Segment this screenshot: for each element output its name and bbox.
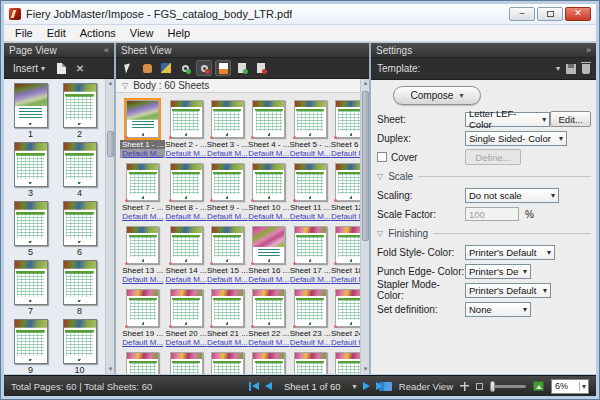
sheet-label[interactable]: Sheet 5 - ... — [289, 140, 330, 149]
page-list-item[interactable]: 6 — [55, 201, 104, 257]
expand-panel-icon[interactable]: » — [586, 45, 591, 55]
sheet-media-link[interactable]: Default M... — [248, 212, 289, 221]
sheet-media-link[interactable]: Default M... — [166, 149, 207, 158]
page-list-item[interactable]: 5 — [6, 201, 55, 257]
sheet-thumbnail[interactable] — [294, 226, 327, 264]
sheet-label[interactable]: Sheet 19 ... — [122, 329, 163, 338]
delete-page-button[interactable]: ✕ — [72, 60, 88, 76]
sheet-thumbnail[interactable] — [252, 226, 285, 264]
sheet-thumbnail[interactable] — [126, 352, 159, 374]
zoom-in-tool-button[interactable] — [177, 60, 193, 76]
sheet-label[interactable]: Sheet 10 ... — [248, 203, 289, 212]
sheet-cell[interactable]: Sheet 22 ... Default M... — [248, 286, 289, 347]
sheet-label[interactable]: Sheet 3 - ... — [207, 140, 248, 149]
sheet-label[interactable]: Sheet 22 ... — [248, 329, 289, 338]
sheet-thumbnail[interactable] — [170, 289, 203, 327]
last-sheet-button[interactable] — [376, 382, 386, 391]
sheet-cell[interactable]: Sheet 4 - ... Default M... — [248, 97, 289, 158]
scroll-up-icon[interactable]: ▲ — [106, 79, 114, 88]
scrollbar-thumb[interactable] — [362, 91, 369, 241]
compose-button[interactable]: Compose ▾ — [393, 86, 481, 105]
page-thumbnail[interactable] — [14, 142, 48, 187]
page-thumbnail[interactable] — [14, 83, 48, 128]
sheet-media-link[interactable]: Default M... — [166, 212, 207, 221]
sheet-media-link[interactable]: Default M... — [207, 275, 248, 284]
stapler-mode-select[interactable]: Printer's Default ▾ — [465, 283, 551, 298]
sheet-media-link[interactable]: Default M... — [122, 338, 163, 347]
sheet-media-link[interactable]: Default M... — [166, 338, 207, 347]
sheet-cell[interactable]: Sheet 16 ... Default M... — [248, 223, 289, 284]
sheet-media-link[interactable]: Default M... — [248, 275, 289, 284]
menu-help[interactable]: Help — [160, 25, 197, 41]
sheet-label[interactable]: Sheet 7 - ... — [122, 203, 163, 212]
save-template-icon[interactable] — [566, 64, 576, 74]
sheet-cell[interactable]: Sheet 10 ... Default M... — [248, 160, 289, 221]
sheet-cell[interactable]: Sheet 14 ... Default M... — [165, 223, 206, 284]
sheet-cell[interactable]: Sheet 23 ... Default M... — [289, 286, 330, 347]
page-thumbnail[interactable] — [63, 319, 97, 364]
reader-view-label[interactable]: Reader View — [399, 381, 453, 392]
insert-dropdown[interactable]: Insert ▾ — [8, 61, 50, 76]
zoom-slider-thumb[interactable] — [490, 381, 495, 392]
sheet-cell[interactable]: Sheet 19 ... Default M... — [120, 286, 165, 347]
sheet-cell[interactable]: Sheet 25 ... Default M... — [120, 349, 165, 374]
sheet-cell[interactable]: Sheet 1 - ... Default M... — [120, 97, 165, 158]
marquee-zoom-tool-button[interactable] — [196, 60, 212, 76]
sheet-cell[interactable]: Sheet 3 - ... Default M... — [207, 97, 248, 158]
sheet-label[interactable]: Sheet 2 - ... — [165, 140, 206, 149]
scale-section-header[interactable]: ▽ Scale — [377, 169, 591, 183]
zoom-level-combo[interactable]: 6% ▾ — [551, 379, 589, 394]
sheet-media-link[interactable]: Default M... — [120, 149, 165, 158]
page-thumbnail[interactable] — [63, 83, 97, 128]
sheet-media-link[interactable]: Default M... — [166, 275, 207, 284]
page-thumbnail[interactable] — [63, 142, 97, 187]
sheet-cell[interactable]: Sheet 20 ... Default M... — [165, 286, 206, 347]
sheet-cell[interactable]: Sheet 28 ... Default M... — [248, 349, 289, 374]
scaling-select[interactable]: Do not scale ▾ — [465, 188, 559, 203]
sheet-cell[interactable]: Sheet 27 ... Default M... — [207, 349, 248, 374]
punch-edge-select[interactable]: Printer's Default ▾ — [465, 264, 531, 279]
sheet-cell[interactable]: Sheet 17 ... Default M... — [289, 223, 330, 284]
sheet-media-link[interactable]: Default M... — [290, 275, 331, 284]
duplex-select[interactable]: Single Sided- Color ▾ — [465, 131, 567, 146]
insert-sheet-button[interactable] — [234, 60, 250, 76]
sheet-cell[interactable]: Sheet 26 ... Default M... — [165, 349, 206, 374]
page-list-item[interactable]: 2 — [55, 83, 104, 139]
page-list-item[interactable]: 1 — [6, 83, 55, 139]
previous-sheet-button[interactable] — [265, 382, 272, 390]
maximize-button[interactable] — [537, 7, 563, 21]
sheet-label[interactable]: Sheet 15 ... — [207, 266, 248, 275]
sheet-cell[interactable]: Sheet 13 ... Default M... — [120, 223, 165, 284]
fit-page-icon[interactable] — [476, 383, 483, 390]
sheet-label[interactable]: Sheet 17 ... — [290, 266, 331, 275]
sheet-thumbnail[interactable] — [211, 163, 244, 201]
page-list-item[interactable]: 7 — [6, 260, 55, 316]
sheet-thumbnail[interactable] — [211, 352, 244, 374]
measure-tool-button[interactable] — [158, 60, 174, 76]
sheet-thumbnail[interactable] — [294, 289, 327, 327]
sheet-thumbnail[interactable] — [126, 100, 159, 138]
sheet-label[interactable]: Sheet 1 - ... — [120, 140, 165, 149]
page-view-scrollbar[interactable]: ▲ ▼ — [105, 79, 114, 374]
sheet-thumbnail[interactable] — [170, 226, 203, 264]
sheet-thumbnail[interactable] — [126, 163, 159, 201]
sheet-media-link[interactable]: Default M... — [290, 212, 331, 221]
scrollbar-thumb[interactable] — [107, 131, 114, 157]
set-definition-select[interactable]: None ▾ — [465, 302, 531, 317]
page-list-item[interactable]: 10 — [55, 319, 104, 374]
next-sheet-button[interactable] — [363, 382, 370, 390]
page-thumbnail[interactable] — [63, 201, 97, 246]
page-list-item[interactable]: 4 — [55, 142, 104, 198]
menu-edit[interactable]: Edit — [40, 25, 73, 41]
sheet-label[interactable]: Sheet 13 ... — [122, 266, 163, 275]
sheet-thumbnail[interactable] — [126, 226, 159, 264]
minimize-button[interactable]: – — [509, 7, 535, 21]
disclosure-triangle-icon[interactable]: ▽ — [377, 229, 383, 238]
sheet-media-link[interactable]: Default M... — [290, 149, 331, 158]
page-thumbnail[interactable] — [63, 260, 97, 305]
close-button[interactable]: ✕ — [565, 7, 591, 21]
sheet-select[interactable]: Letter LEF- Color ▾ — [465, 112, 550, 127]
delete-template-icon[interactable] — [582, 64, 590, 74]
menu-file[interactable]: File — [8, 25, 40, 41]
preview-content-button[interactable] — [215, 60, 231, 76]
